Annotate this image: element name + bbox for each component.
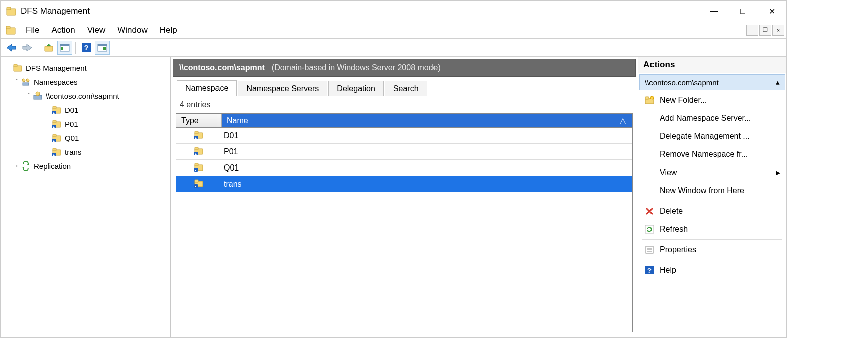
toolbar-showhide-button[interactable] (57, 41, 72, 55)
actions-pane: Actions \\contoso.com\sapmnt ▴ New Folde… (638, 57, 786, 337)
menu-action[interactable]: Action (45, 23, 81, 37)
svg-rect-20 (23, 83, 29, 85)
action-item-label: View (660, 168, 677, 177)
action-item-label: Refresh (660, 225, 688, 234)
action-item[interactable]: ?Help (638, 261, 786, 279)
action-item[interactable]: Delegate Management ... (638, 127, 786, 145)
delete-icon (644, 206, 655, 216)
svg-rect-36 (53, 148, 56, 151)
action-item-label: Remove Namespace fr... (660, 150, 748, 159)
actions-context-label: \\contoso.com\sapmnt (645, 78, 719, 87)
expand-twisty-icon[interactable]: › (13, 162, 21, 170)
tree-folder-label: trans (65, 148, 81, 156)
svg-rect-50 (195, 163, 198, 166)
minimize-button[interactable]: — (699, 1, 728, 21)
svg-rect-14 (98, 44, 107, 46)
folder-shortcut-icon (52, 133, 62, 143)
svg-rect-58 (645, 97, 649, 99)
action-item[interactable]: Properties (638, 241, 786, 259)
table-row[interactable]: Q01 (176, 160, 632, 176)
menu-view[interactable]: View (81, 23, 112, 37)
action-item[interactable]: Delete (638, 202, 786, 220)
replication-icon (21, 161, 31, 171)
svg-point-19 (26, 79, 29, 82)
svg-rect-17 (14, 64, 17, 67)
svg-rect-54 (195, 180, 198, 182)
action-item[interactable]: New Window from Here (638, 182, 786, 200)
toolbar-forward-button[interactable] (20, 41, 35, 55)
action-item-label: Add Namespace Server... (660, 114, 751, 123)
properties-icon (644, 245, 655, 255)
tree-folder-item[interactable]: trans (3, 145, 168, 159)
maximize-button[interactable]: □ (728, 1, 757, 21)
tree-folder-item[interactable]: Q01 (3, 131, 168, 145)
content-header-subtitle: (Domain-based in Windows Server 2008 mod… (272, 63, 441, 72)
svg-marker-4 (7, 44, 16, 51)
column-header-name-label: Name (227, 116, 248, 125)
action-item[interactable]: View▶ (638, 163, 786, 182)
blank-icon (644, 186, 655, 196)
toolbar-up-button[interactable] (41, 41, 56, 55)
tree-root[interactable]: DFS Management (3, 61, 168, 75)
tree-root-label: DFS Management (26, 64, 87, 72)
app-icon (6, 6, 17, 17)
folder-shortcut-icon (52, 119, 62, 129)
action-separator (642, 260, 782, 260)
tree-replication[interactable]: › Replication (3, 159, 168, 173)
menu-file[interactable]: File (20, 23, 45, 37)
action-item-label: Properties (660, 245, 696, 254)
menubar-icon (5, 24, 17, 36)
collapse-icon[interactable]: ▴ (776, 78, 780, 87)
table-row[interactable]: D01 (176, 128, 632, 144)
tree-folder-item[interactable]: D01 (3, 103, 168, 117)
svg-rect-10 (61, 47, 63, 50)
action-item-label: Help (660, 266, 676, 275)
action-item[interactable]: Add Namespace Server... (638, 109, 786, 127)
action-item[interactable]: New Folder... (638, 91, 786, 109)
tree-replication-label: Replication (34, 162, 71, 171)
dfs-root-icon (13, 63, 23, 73)
svg-rect-1 (7, 7, 11, 10)
action-item[interactable]: Remove Namespace fr... (638, 145, 786, 163)
toolbar-separator (75, 42, 76, 54)
mdi-minimize-button[interactable]: _ (746, 25, 758, 36)
window-title: DFS Management (21, 6, 90, 16)
tab-search[interactable]: Search (385, 81, 427, 96)
column-header-name[interactable]: Name △ (222, 114, 632, 127)
table-row[interactable]: P01 (176, 144, 632, 160)
help-icon: ? (644, 265, 655, 275)
table-row[interactable]: trans (176, 176, 632, 192)
window-controls: — □ ✕ (699, 1, 786, 21)
tree-namespaces[interactable]: ˅ Namespaces (3, 75, 168, 89)
mdi-close-button[interactable]: × (772, 25, 784, 36)
action-item-label: Delegate Management ... (660, 132, 750, 141)
tree-folder-item[interactable]: P01 (3, 117, 168, 131)
svg-rect-62 (645, 225, 654, 233)
menubar: File Action View Window Help _ ❐ × (1, 22, 786, 39)
folder-shortcut-icon (52, 147, 62, 157)
blank-icon (644, 113, 655, 123)
tree-namespace-path[interactable]: ˅ \\contoso.com\sapmnt (3, 89, 168, 103)
folder-shortcut-icon (194, 130, 203, 141)
actions-title: Actions (638, 57, 786, 73)
tab-namespace-servers[interactable]: Namespace Servers (238, 81, 327, 96)
menu-window[interactable]: Window (111, 23, 153, 37)
toolbar-help-button[interactable]: ? (79, 41, 94, 55)
expand-twisty-icon[interactable]: ˅ (13, 78, 21, 85)
actions-context-header[interactable]: \\contoso.com\sapmnt ▴ (639, 74, 785, 90)
folder-shortcut-icon (52, 105, 62, 115)
svg-rect-32 (53, 134, 56, 137)
blank-icon (644, 149, 655, 159)
action-item[interactable]: Refresh (638, 220, 786, 238)
tab-namespace[interactable]: Namespace (177, 80, 237, 96)
menu-help[interactable]: Help (154, 23, 183, 37)
close-button[interactable]: ✕ (757, 1, 786, 21)
svg-rect-24 (53, 106, 56, 109)
tab-delegation[interactable]: Delegation (328, 81, 384, 96)
toolbar-showhide2-button[interactable] (95, 41, 110, 55)
toolbar-back-button[interactable] (4, 41, 19, 55)
mdi-restore-button[interactable]: ❐ (759, 25, 771, 36)
expand-twisty-icon[interactable]: ˅ (25, 92, 33, 99)
column-header-type[interactable]: Type (176, 114, 222, 127)
svg-rect-6 (45, 46, 53, 51)
